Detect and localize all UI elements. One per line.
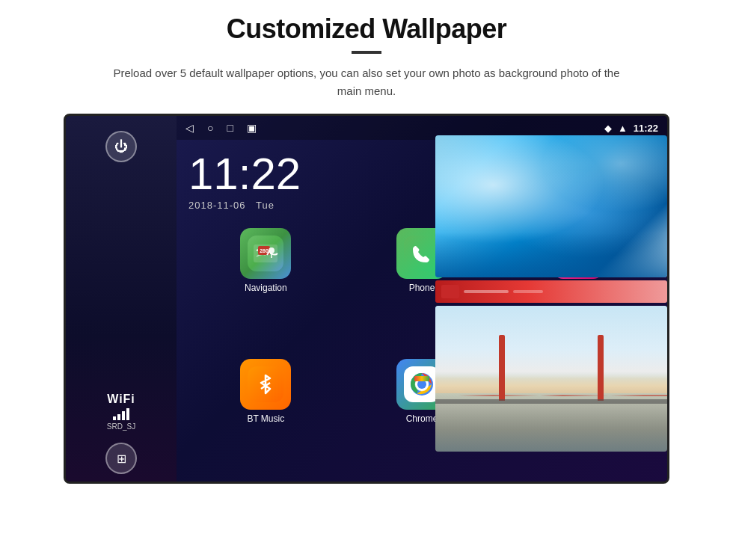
skip-button[interactable]: ⏮: [616, 170, 634, 191]
navigation-label: Navigation: [245, 283, 287, 293]
music-label: Music: [566, 283, 589, 293]
chrome-label: Chrome: [406, 413, 438, 424]
wifi-label: WiFi: [107, 393, 135, 406]
wifi-bars: [107, 408, 135, 420]
app-video[interactable]: Video: [503, 359, 652, 482]
location-icon: ◆: [604, 123, 612, 134]
back-icon[interactable]: ◁: [185, 122, 194, 134]
app-navigation[interactable]: 280 Navigation: [191, 228, 340, 351]
phone-label: Phone: [409, 283, 435, 293]
svg-rect-22: [569, 377, 572, 383]
clock-area: 11:22 2018-11-06 Tue ⏮ B: [177, 140, 667, 222]
radio-dot: [582, 178, 588, 184]
media-controls: ⏮ B: [562, 159, 655, 203]
video-label: Video: [566, 413, 589, 424]
apps-grid-icon: ⊞: [117, 452, 126, 466]
svg-rect-25: [587, 377, 590, 383]
android-main: ◁ ○ □ ▣ ◆ ▲ 11:22 11:22 2018-11-06: [177, 116, 667, 481]
svg-point-4: [269, 247, 275, 253]
bt-music-label: BT Music: [247, 413, 284, 424]
page-container: Customized Wallpaper Preload over 5 defa…: [0, 0, 733, 560]
svg-rect-5: [404, 236, 440, 271]
title-divider: [352, 51, 381, 54]
status-time: 11:22: [634, 123, 658, 134]
app-bt-music[interactable]: BT Music: [191, 359, 340, 482]
svg-rect-18: [414, 376, 429, 381]
status-bar: ◁ ○ □ ▣ ◆ ▲ 11:22: [177, 116, 667, 140]
wifi-ssid: SRD_SJ: [107, 422, 135, 431]
clock-display: 11:22 2018-11-06 Tue: [188, 152, 562, 211]
phone-icon: [396, 228, 447, 279]
svg-rect-23: [575, 377, 578, 383]
radio-box[interactable]: [562, 159, 607, 203]
apps-grid: 280 Navigation: [177, 222, 667, 481]
bt-music-icon: [240, 359, 291, 410]
power-button[interactable]: ⏻: [105, 131, 137, 162]
svg-rect-24: [581, 377, 584, 383]
apps-button[interactable]: ⊞: [105, 443, 137, 474]
navigation-icon: 280: [240, 228, 291, 279]
sidebar: ⏻ WiFi SRD_SJ ⊞: [66, 116, 177, 481]
clock-time: 11:22: [188, 152, 562, 197]
music-icon: ♪: [553, 228, 604, 279]
video-icon: [553, 359, 604, 410]
device-frame: ⏻ WiFi SRD_SJ ⊞: [64, 114, 669, 484]
recent-icon[interactable]: □: [227, 122, 233, 134]
signal-icon: ▲: [618, 123, 628, 134]
svg-text:280: 280: [260, 248, 269, 253]
wifi-info: WiFi SRD_SJ: [107, 393, 135, 431]
clock-date: 2018-11-06 Tue: [188, 200, 562, 211]
status-right: ◆ ▲ 11:22: [604, 123, 658, 134]
power-icon: ⏻: [114, 139, 128, 155]
app-music[interactable]: ♪ Music: [503, 228, 652, 351]
nav-icons: ◁ ○ □ ▣: [185, 122, 257, 134]
home-icon[interactable]: ○: [207, 122, 213, 134]
bluetooth-label: B: [643, 171, 655, 191]
chrome-icon: [396, 359, 447, 410]
app-chrome[interactable]: Chrome: [348, 359, 497, 482]
page-title: Customized Wallpaper: [227, 13, 507, 45]
radio-symbol: [571, 167, 598, 194]
screenshot-icon[interactable]: ▣: [247, 122, 257, 134]
page-subtitle: Preload over 5 default wallpaper options…: [105, 64, 628, 100]
app-phone[interactable]: Phone: [348, 228, 497, 351]
svg-text:♪: ♪: [575, 246, 581, 259]
